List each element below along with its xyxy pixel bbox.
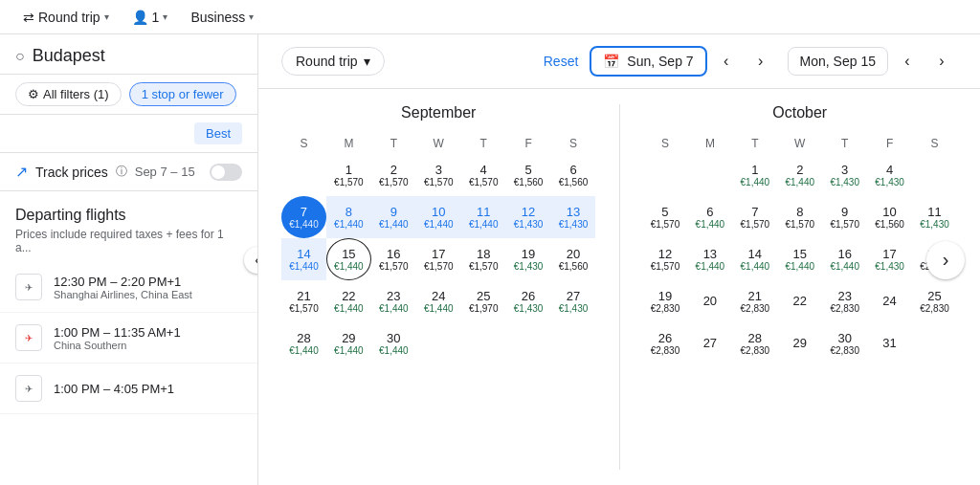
flight-item[interactable]: ✈ 12:30 PM – 2:20 PM+1 Shanghai Airlines… [0, 262, 257, 313]
calendar-trip-label: Round trip [296, 54, 358, 69]
cal-day-oct9[interactable]: 9€1,570 [822, 196, 867, 238]
cal-day-oct13[interactable]: 13€1,440 [687, 238, 732, 280]
cal-empty [461, 322, 506, 364]
cal-empty [551, 322, 596, 364]
cal-day-oct14[interactable]: 14€1,440 [732, 238, 777, 280]
cal-day-sep18[interactable]: 18€1,570 [461, 238, 506, 280]
cal-day-oct17[interactable]: 17€1,430 [867, 238, 912, 280]
cal-empty [416, 322, 461, 364]
passengers-selector[interactable]: 👤 1 ▾ [124, 6, 176, 29]
cal-day-oct22[interactable]: 22 [777, 280, 822, 322]
all-filters-chip[interactable]: ⚙ All filters (1) [15, 82, 122, 106]
cal-day-sep3[interactable]: 3€1,570 [416, 154, 461, 196]
cal-day-oct31[interactable]: 31 [867, 322, 912, 364]
reset-button[interactable]: Reset [544, 54, 579, 69]
cal-day-oct2[interactable]: 2€1,440 [777, 154, 822, 196]
cal-day-sep23[interactable]: 23€1,440 [371, 280, 416, 322]
cal-day-oct7[interactable]: 7€1,570 [732, 196, 777, 238]
departure-prev-button[interactable]: ‹ [711, 46, 742, 77]
return-date-text: Mon, Sep 15 [800, 54, 876, 69]
cal-day-sep11[interactable]: 11€1,440 [461, 196, 506, 238]
cabin-selector[interactable]: Business ▾ [183, 6, 261, 29]
cal-day-oct11[interactable]: 11€1,430 [912, 196, 957, 238]
cal-day-sep4[interactable]: 4€1,570 [461, 154, 506, 196]
cal-day-oct19[interactable]: 19€2,830 [643, 280, 688, 322]
cal-day-oct27[interactable]: 27 [687, 322, 732, 364]
track-dates: Sep 7 – 15 [135, 165, 195, 179]
cal-day-sep8[interactable]: 8€1,440 [326, 196, 371, 238]
cal-day-sep22[interactable]: 22€1,440 [326, 280, 371, 322]
cal-day-oct21[interactable]: 21€2,830 [732, 280, 777, 322]
cal-day-sep1[interactable]: 1€1,570 [326, 154, 371, 196]
cal-day-oct15[interactable]: 15€1,440 [777, 238, 822, 280]
cal-day-sep12[interactable]: 12€1,430 [506, 196, 551, 238]
cal-day-oct6[interactable]: 6€1,440 [687, 196, 732, 238]
return-prev-button[interactable]: ‹ [892, 46, 923, 77]
cabin-label: Business [190, 10, 245, 25]
cal-day-sep25[interactable]: 25€1,970 [461, 280, 506, 322]
cal-day-oct4[interactable]: 4€1,430 [867, 154, 912, 196]
cal-day-sep19[interactable]: 19€1,430 [506, 238, 551, 280]
day-header-m: M [687, 133, 732, 154]
cal-day-sep16[interactable]: 16€1,570 [371, 238, 416, 280]
cal-day-oct8[interactable]: 8€1,570 [777, 196, 822, 238]
cal-day-sep13[interactable]: 13€1,430 [551, 196, 596, 238]
cal-day-sep21[interactable]: 21€1,570 [281, 280, 326, 322]
cal-day-oct29[interactable]: 29 [777, 322, 822, 364]
cal-day-oct23[interactable]: 23€2,830 [822, 280, 867, 322]
flight-item[interactable]: ✈ 1:00 PM – 11:35 AM+1 China Southern [0, 313, 257, 364]
cal-day-sep7[interactable]: 7€1,440 [281, 196, 326, 238]
cal-day-sep26[interactable]: 26€1,430 [506, 280, 551, 322]
cal-day-oct26[interactable]: 26€2,830 [643, 322, 688, 364]
cal-day-sep28[interactable]: 28€1,440 [281, 322, 326, 364]
cal-day-sep15[interactable]: 15€1,440 [326, 238, 371, 280]
flight-info: 1:00 PM – 11:35 AM+1 China Southern [54, 325, 242, 351]
departure-date-display[interactable]: 📅 Sun, Sep 7 [590, 46, 706, 77]
return-date-display[interactable]: Mon, Sep 15 [788, 47, 888, 76]
cal-empty [506, 322, 551, 364]
september-calendar: September S M T W T F S 1€1,570 2€1,570 … [258, 89, 619, 485]
cal-day-oct30[interactable]: 30€2,830 [822, 322, 867, 364]
cal-day-sep9[interactable]: 9€1,440 [371, 196, 416, 238]
passengers-chevron: ▾ [163, 11, 167, 22]
cal-day-sep27[interactable]: 27€1,430 [551, 280, 596, 322]
track-prices-toggle[interactable] [210, 164, 242, 181]
cal-day-oct20[interactable]: 20 [687, 280, 732, 322]
cal-day-sep2[interactable]: 2€1,570 [371, 154, 416, 196]
trip-type-selector[interactable]: ⇄ Round trip ▾ [15, 6, 117, 29]
cal-day-sep6[interactable]: 6€1,560 [551, 154, 596, 196]
cal-day-sep10[interactable]: 10€1,440 [416, 196, 461, 238]
cabin-chevron: ▾ [249, 11, 254, 22]
trip-type-chevron: ▾ [104, 11, 109, 22]
cal-day-sep14[interactable]: 14€1,440 [281, 238, 326, 280]
stops-filter-chip[interactable]: 1 stop or fewer [129, 82, 236, 106]
calendar-trip-selector[interactable]: Round trip ▾ [281, 47, 385, 76]
cal-day-sep30[interactable]: 30€1,440 [371, 322, 416, 364]
cal-day-oct16[interactable]: 16€1,440 [822, 238, 867, 280]
cal-day-oct25[interactable]: 25€2,830 [912, 280, 957, 322]
cal-day-sep29[interactable]: 29€1,440 [326, 322, 371, 364]
cal-day-sep24[interactable]: 24€1,440 [416, 280, 461, 322]
return-next-button[interactable]: › [926, 46, 957, 77]
sort-row: Best [0, 115, 257, 153]
departure-next-button[interactable]: › [746, 46, 776, 77]
sort-label[interactable]: Best [194, 122, 242, 144]
cal-day-oct3[interactable]: 3€1,430 [822, 154, 867, 196]
cal-day-oct12[interactable]: 12€1,570 [643, 238, 688, 280]
cal-day-oct24[interactable]: 24 [867, 280, 912, 322]
flight-times: 1:00 PM – 11:35 AM+1 [54, 325, 242, 340]
top-bar: ⇄ Round trip ▾ 👤 1 ▾ Business ▾ [0, 0, 980, 34]
flight-item[interactable]: ✈ 1:00 PM – 4:05 PM+1 [0, 364, 257, 414]
cal-day-oct10[interactable]: 10€1,560 [867, 196, 912, 238]
calendar-next-button[interactable]: › [926, 241, 965, 279]
cal-day-sep5[interactable]: 5€1,560 [506, 154, 551, 196]
cal-day-oct28[interactable]: 28€2,830 [732, 322, 777, 364]
track-info-icon: ⓘ [116, 164, 127, 180]
departure-date-text: Sun, Sep 7 [627, 54, 693, 69]
cal-day-oct5[interactable]: 5€1,570 [643, 196, 688, 238]
cal-day-oct1[interactable]: 1€1,440 [732, 154, 777, 196]
cal-day-sep17[interactable]: 17€1,570 [416, 238, 461, 280]
flight-airline: Shanghai Airlines, China East [54, 289, 242, 300]
cal-day-sep20[interactable]: 20€1,560 [551, 238, 596, 280]
flight-info: 1:00 PM – 4:05 PM+1 [54, 382, 242, 396]
